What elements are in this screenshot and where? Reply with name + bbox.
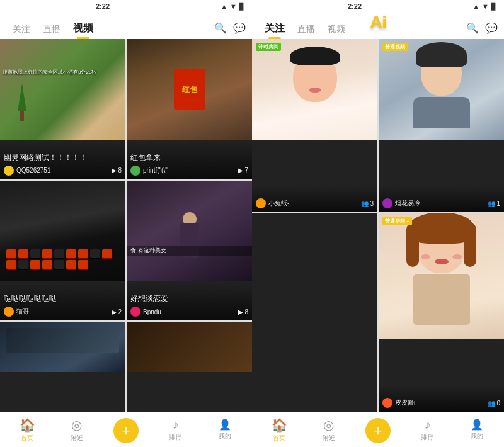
video-card-game[interactable]: 距离地图上标注的安全区域小还有3分20秒 幽灵网络测试！！！！！ QQ52627… — [0, 39, 125, 179]
card-meta-girl3: 皮皮酱i 👥 0 — [382, 398, 500, 408]
viewer-icon-girl1: 👥 — [361, 200, 369, 207]
card-user-game: QQ5262751 — [4, 166, 51, 176]
card-user-drama: Bpndu — [130, 307, 161, 317]
views-door: 7 — [244, 167, 248, 174]
message-icon-left[interactable]: 💬 — [233, 22, 246, 34]
key-13 — [42, 260, 52, 269]
username-girl2: 烟花易冷 — [395, 199, 420, 208]
key-3 — [30, 249, 40, 258]
nav-center-left[interactable]: ＋ — [101, 418, 151, 442]
video-card-keyboard[interactable]: 哒哒哒哒哒哒哒 猫哥 ▶ 2 — [0, 181, 125, 321]
username-game: QQ5262751 — [16, 167, 51, 174]
play-icon-game: ▶ — [112, 167, 117, 174]
left-search-icons: 🔍 💬 — [214, 22, 246, 35]
rank-label-right: 排行 — [421, 433, 433, 442]
video-card-drama[interactable]: 食 有这种美女 好想谈恋爱 Bpndu ▶ 8 — [127, 181, 252, 321]
card-user-door: printf("(\" — [130, 166, 168, 176]
tab-follow-left[interactable]: 关注 — [6, 24, 37, 35]
nav-nearby-right[interactable]: ◎ 附近 — [304, 417, 353, 443]
right-status-bar: 2:22 ▲ ▼ ▊ — [252, 0, 504, 13]
key-4 — [42, 249, 52, 258]
nav-home-right[interactable]: 🏠 首页 — [255, 417, 304, 443]
avatar-keyboard — [4, 307, 14, 317]
avatar-drama — [130, 307, 140, 317]
nearby-icon-left: ◎ — [71, 417, 82, 433]
card-title-drama: 好想谈恋爱 — [130, 293, 248, 304]
nav-mine-left[interactable]: 👤 我的 — [200, 419, 249, 441]
view-count-girl1: 👥 3 — [361, 200, 374, 207]
view-count-door: ▶ 7 — [238, 167, 248, 174]
video-card-girl3-main[interactable]: 普通房间 + 皮皮酱i 👥 0 — [379, 213, 504, 412]
search-icon-left[interactable]: 🔍 — [214, 22, 227, 34]
rank-label-left: 排行 — [169, 433, 181, 442]
nearby-icon-right: ◎ — [323, 417, 334, 433]
nearby-label-right: 附近 — [323, 434, 335, 443]
message-icon-right[interactable]: 💬 — [485, 22, 498, 34]
home-label-right: 首页 — [273, 434, 285, 443]
battery-icon: ▊ — [239, 3, 244, 11]
video-card-girl2[interactable]: 普通视频 烟花易冷 👥 1 — [379, 39, 504, 212]
home-icon-right: 🏠 — [272, 417, 287, 433]
badge-girl2: 普通视频 — [382, 43, 408, 51]
signal-icon-right: ▲ — [472, 3, 479, 10]
center-button-left[interactable]: ＋ — [113, 418, 139, 443]
nav-mine-right[interactable]: 👤 我的 — [452, 419, 501, 441]
key-5 — [54, 249, 64, 258]
views-keyboard: 2 — [118, 308, 122, 315]
nav-rank-right[interactable]: ♪ 排行 — [403, 417, 452, 442]
nav-center-right[interactable]: ＋ — [353, 418, 403, 442]
tab-follow-right[interactable]: 关注 — [258, 22, 291, 35]
left-status-icons: ▲ ▼ ▊ — [220, 3, 244, 11]
card-title-keyboard: 哒哒哒哒哒哒哒 — [4, 293, 122, 304]
card-user-girl2: 烟花易冷 — [382, 198, 420, 208]
key-2 — [18, 249, 28, 258]
tab-video-right[interactable]: 视频 — [321, 24, 352, 35]
username-girl1: 小兔纸- — [268, 199, 289, 208]
view-count-keyboard: ▶ 2 — [112, 308, 122, 315]
tab-live-left[interactable]: 直播 — [37, 24, 67, 35]
view-count-girl2: 👥 1 — [488, 200, 500, 207]
username-girl3: 皮皮酱i — [395, 399, 415, 407]
badge-girl3: 普通房间 + — [382, 217, 412, 225]
wifi-icon: ▼ — [230, 3, 237, 10]
viewers-girl2: 1 — [496, 200, 500, 207]
view-count-game: ▶ 8 — [112, 167, 122, 174]
key-16 — [78, 260, 88, 269]
view-count-girl3: 👥 0 — [488, 400, 500, 407]
tab-live-right[interactable]: 直播 — [291, 24, 321, 35]
card-info-game: 幽灵网络测试！！！！！ QQ5262751 ▶ 8 — [0, 140, 125, 179]
nav-rank-left[interactable]: ♪ 排行 — [151, 417, 200, 442]
left-time: 2:22 — [96, 3, 110, 10]
card-info-girl1: 小兔纸- 👥 3 — [252, 186, 377, 212]
video-card-girl3[interactable] — [252, 213, 377, 412]
play-icon-keyboard: ▶ — [112, 308, 117, 315]
mine-icon-left: 👤 — [219, 419, 231, 431]
left-bottom-nav: 🏠 首页 ◎ 附近 ＋ ♪ 排行 👤 我的 — [0, 412, 252, 447]
right-content-grid: 计时房间 小兔纸- 👥 3 — [252, 39, 504, 412]
tab-video-left[interactable]: 视频 — [67, 22, 100, 35]
center-button-right[interactable]: ＋ — [365, 418, 391, 443]
avatar-girl1 — [256, 198, 266, 208]
video-card-partial-1[interactable] — [0, 322, 125, 412]
search-icon-right[interactable]: 🔍 — [466, 22, 479, 34]
key-15 — [66, 260, 76, 269]
wifi-icon-right: ▼ — [482, 3, 489, 10]
key-11 — [18, 260, 28, 269]
key-7 — [78, 249, 88, 258]
viewers-girl1: 3 — [370, 200, 374, 207]
signal-icon: ▲ — [220, 3, 227, 10]
card-meta-door: printf("(\" ▶ 7 — [130, 166, 248, 176]
home-icon-left: 🏠 — [20, 417, 35, 433]
key-12 — [30, 260, 40, 269]
left-phone-panel: 2:22 ▲ ▼ ▊ 关注 直播 视频 🔍 💬 距离地图上标注的安全区 — [0, 0, 252, 447]
video-card-partial-2[interactable] — [127, 322, 252, 412]
video-card-girl1[interactable]: 计时房间 小兔纸- 👥 3 — [252, 39, 377, 212]
badge-girl1: 计时房间 — [256, 43, 281, 51]
nav-home-left[interactable]: 🏠 首页 — [3, 417, 52, 443]
drama-subtitle: 食 有这种美女 — [127, 246, 252, 256]
nav-nearby-left[interactable]: ◎ 附近 — [52, 417, 101, 443]
nearby-label-left: 附近 — [71, 434, 83, 443]
card-user-girl1: 小兔纸- — [256, 198, 289, 208]
card-info-keyboard: 哒哒哒哒哒哒哒 猫哥 ▶ 2 — [0, 281, 125, 320]
video-card-door[interactable]: 红包拿来 printf("(\" ▶ 7 — [127, 39, 252, 179]
